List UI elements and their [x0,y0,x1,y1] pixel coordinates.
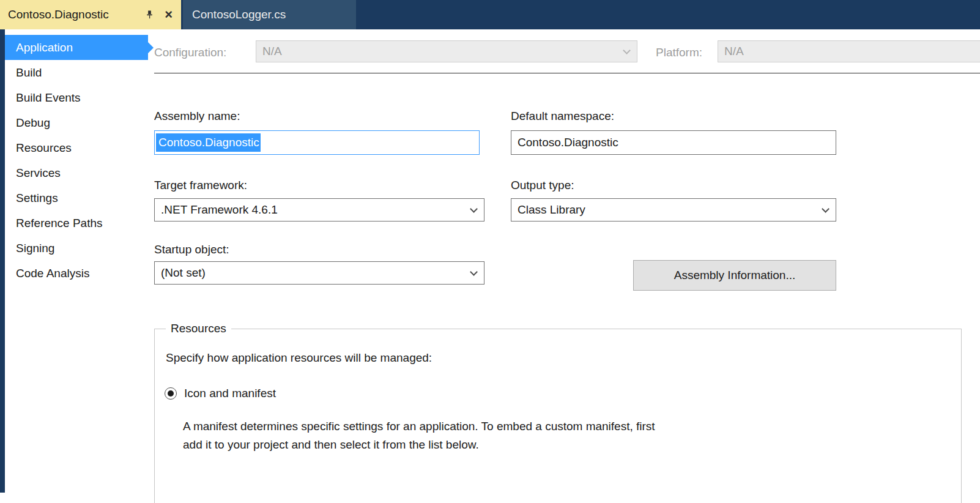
configuration-value: N/A [262,45,282,58]
tab-contosologger[interactable]: ContosoLogger.cs [183,0,356,29]
default-namespace-input[interactable]: Contoso.Diagnostic [511,130,836,155]
tab-label: ContosoLogger.cs [192,8,286,21]
target-framework-label: Target framework: [154,179,247,192]
icon-and-manifest-label: Icon and manifest [184,387,276,400]
platform-value: N/A [724,45,744,58]
sidebar-item-code-analysis[interactable]: Code Analysis [5,261,148,286]
chevron-down-icon [470,268,478,276]
target-framework-dropdown[interactable]: .NET Framework 4.6.1 [154,198,484,222]
close-icon[interactable]: × [165,8,173,21]
chevron-down-icon [822,205,830,213]
sidebar-item-services[interactable]: Services [5,160,148,185]
sidebar-item-build-events[interactable]: Build Events [5,85,148,110]
sidebar-item-build[interactable]: Build [5,60,148,85]
output-type-value: Class Library [518,203,585,217]
output-type-label: Output type: [511,179,574,192]
radio-dot [168,390,174,397]
sidebar-item-resources[interactable]: Resources [5,135,148,160]
configuration-label: Configuration: [154,46,226,59]
resources-description: Specify how application resources will b… [166,351,961,365]
sidebar-item-label: Services [16,166,61,180]
icon-and-manifest-option[interactable]: Icon and manifest [165,387,961,400]
sidebar-item-application[interactable]: Application [5,35,148,60]
application-page-content: Configuration: N/A Platform: N/A Assembl… [154,29,980,503]
input-text: Contoso.Diagnostic [518,136,618,149]
sidebar-item-label: Settings [16,192,58,205]
chevron-down-icon [623,47,631,54]
sidebar-item-label: Signing [16,242,54,255]
assembly-name-label: Assembly name: [154,110,240,123]
platform-dropdown: N/A [718,40,980,62]
startup-object-dropdown[interactable]: (Not set) [154,261,484,285]
default-namespace-label: Default namespace: [511,110,614,123]
sidebar-item-settings[interactable]: Settings [5,185,148,211]
radio-selected-icon[interactable] [165,387,177,400]
pin-icon[interactable] [145,10,154,20]
startup-object-value: (Not set) [161,266,206,280]
tab-contoso-diagnostic[interactable]: Contoso.Diagnostic × [0,0,181,29]
sidebar-item-signing[interactable]: Signing [5,236,148,261]
window-left-border [0,29,5,493]
property-pages-sidebar: Application Build Build Events Debug Res… [5,29,148,286]
selected-input-text: Contoso.Diagnostic [156,133,261,152]
output-type-dropdown[interactable]: Class Library [511,198,836,222]
resources-groupbox: Resources Specify how application resour… [154,322,962,503]
sidebar-item-label: Application [16,41,73,54]
sidebar-item-label: Reference Paths [16,217,103,230]
sidebar-item-label: Build Events [16,91,81,105]
manifest-help-text: A manifest determines specific settings … [183,417,961,455]
sidebar-item-label: Debug [16,116,50,130]
configuration-dropdown: N/A [256,40,637,62]
sidebar-item-label: Code Analysis [16,267,89,280]
platform-label: Platform: [656,46,702,59]
assembly-name-input[interactable]: Contoso.Diagnostic [154,130,480,155]
sidebar-item-reference-paths[interactable]: Reference Paths [5,211,148,236]
sidebar-item-label: Resources [16,141,72,155]
project-properties-window: Contoso.Diagnostic × ContosoLogger.cs Ap… [0,0,980,503]
document-tab-bar: Contoso.Diagnostic × ContosoLogger.cs [0,0,980,29]
sidebar-item-label: Build [16,66,42,80]
sidebar-item-debug[interactable]: Debug [5,110,148,135]
section-divider [154,73,980,73]
chevron-down-icon [470,205,478,213]
assembly-information-button[interactable]: Assembly Information... [633,260,836,291]
target-framework-value: .NET Framework 4.6.1 [161,203,278,217]
startup-object-label: Startup object: [154,243,229,256]
tab-label: Contoso.Diagnostic [8,8,145,21]
resources-groupbox-legend: Resources [166,322,231,335]
